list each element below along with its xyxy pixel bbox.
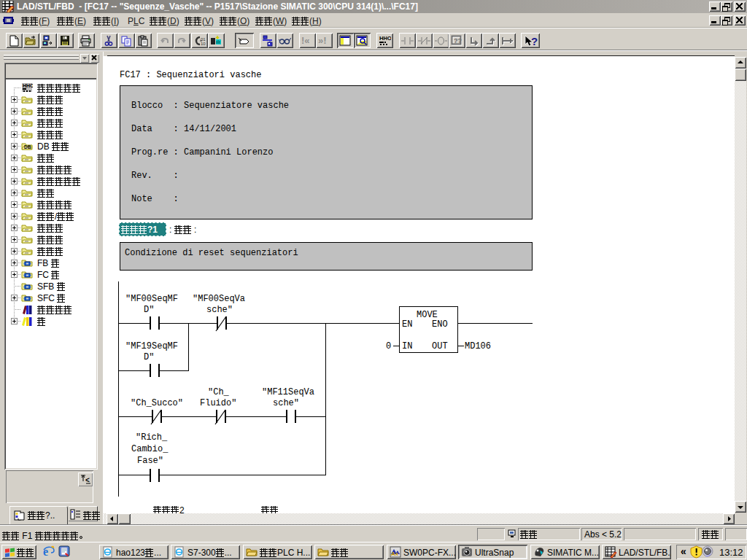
svg-text:»!: »!: [318, 35, 327, 46]
svg-text:<: <: [85, 476, 90, 484]
svg-text:HHO: HHO: [23, 83, 33, 88]
svg-text:DB: DB: [24, 144, 31, 149]
svg-text:??: ??: [454, 37, 462, 44]
svg-text:10: 10: [201, 42, 206, 46]
svg-text:!«: !«: [301, 35, 310, 46]
svg-text:HHO: HHO: [379, 35, 391, 42]
svg-text:?: ?: [531, 35, 538, 47]
svg-text:Ax: Ax: [391, 551, 399, 557]
